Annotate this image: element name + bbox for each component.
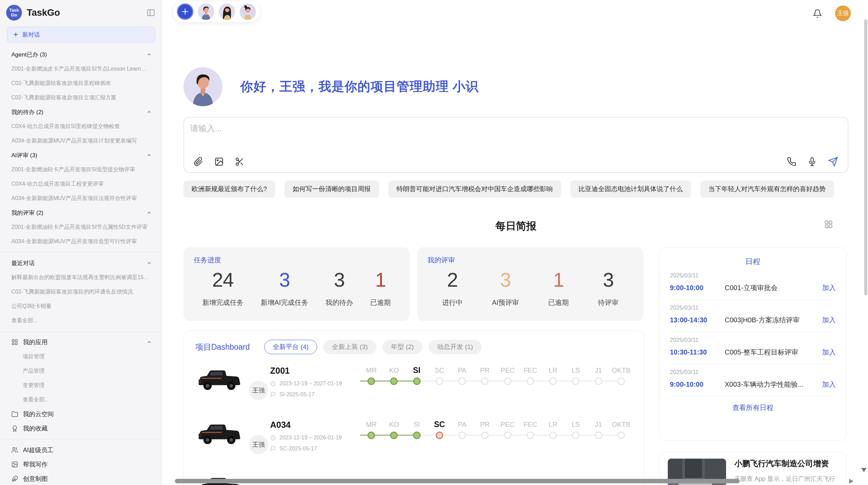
sidebar-item[interactable]: A034-全新新能源MUV产品开发项目计划变更表编写: [0, 134, 162, 148]
recent-conversation-item[interactable]: C02-飞腾新能源轻客改款项目的闭环通告反馈情况: [0, 285, 162, 299]
sidebar-section-items: C0X4-动力总成开发项目SI里程碑提交物检查 A034-全新新能源MUV产品开…: [0, 119, 162, 148]
suggestion-chip[interactable]: 欧洲新规最近颁布了什么?: [183, 181, 275, 198]
owner-badge: 王强: [248, 434, 269, 456]
view-all-schedule[interactable]: 查看所有日程: [670, 396, 836, 414]
milestone-track: MR KO SI: [360, 418, 632, 462]
stat-label: 我的待办: [326, 298, 353, 307]
milestone: LS: [564, 419, 587, 462]
agent-avatar-1[interactable]: [198, 3, 214, 20]
sidebar-item[interactable]: Z001-全新燃油轻卡产品开发项目SI节点属性5D文件评审: [0, 220, 162, 234]
view-all-conversations[interactable]: 查看全部...: [0, 313, 162, 328]
sidebar-section-header[interactable]: 我的待办 (2): [0, 105, 162, 119]
chevron-up-icon: [146, 210, 152, 215]
recent-conversation-item[interactable]: 解释最新出台的欧盟报废车法规再生塑料比例被调至15%...: [0, 270, 162, 285]
scroll-right-arrow[interactable]: [849, 479, 854, 484]
dashboard-header: 项目Dashboard 全新平台 (4) 全新上装 (3) 年型 (2) 动总开…: [195, 340, 632, 354]
schedule-name: C003|H0B-方案冻结评审: [725, 315, 817, 325]
new-chat-button[interactable]: 新对话: [7, 27, 155, 42]
app-item[interactable]: 变更管理: [0, 378, 162, 393]
sidebar-item[interactable]: Z001-全新燃油轻卡产品开发项目SI造型提交物评审: [0, 162, 162, 177]
agent-avatar-2[interactable]: [219, 3, 235, 20]
stat-card-title: 任务进度: [194, 256, 399, 265]
sidebar-item-help-write[interactable]: 帮我写作: [0, 457, 162, 472]
sidebar-section-header[interactable]: 我的评审 (2): [0, 206, 162, 220]
vertical-scrollbar[interactable]: [864, 19, 867, 295]
sidebar-item[interactable]: C02-飞腾新能源轻客改款项目立项汇报方案: [0, 90, 162, 105]
sidebar-section-header[interactable]: AI评审 (3): [0, 148, 162, 162]
sidebar-section-header[interactable]: Agent已办 (3): [0, 47, 162, 62]
stat-label: 进行中: [442, 298, 463, 307]
sidebar-item-favorites[interactable]: 我的收藏: [0, 421, 162, 436]
dashboard-tab[interactable]: 全新上装 (3): [323, 340, 376, 354]
suggestion-chip[interactable]: 如何写一份清晰的项目周报: [285, 181, 379, 198]
sidebar-my-apps[interactable]: 我的应用: [0, 335, 162, 349]
app-item[interactable]: 产品管理: [0, 364, 162, 378]
scissors-icon: [235, 157, 244, 166]
milestone-label: KO: [383, 419, 405, 430]
milestone: SI: [406, 419, 428, 462]
milestone-dot: [549, 377, 557, 385]
schedule-date: 2025/03/11: [670, 337, 836, 344]
flag-icon: [270, 392, 276, 398]
horizontal-scrollbar[interactable]: [175, 479, 740, 483]
new-session-button[interactable]: [177, 3, 193, 20]
app-item[interactable]: 项目管理: [0, 349, 162, 364]
image-upload-button[interactable]: [214, 157, 224, 166]
sidebar-item[interactable]: C0X4-动力总成开发项目工程变更评审: [0, 177, 162, 191]
sidebar-item[interactable]: C0X4-动力总成开发项目SI里程碑提交物检查: [0, 119, 162, 134]
app-item[interactable]: 查看全部..: [0, 393, 162, 407]
sidebar-item[interactable]: Z001-全新燃油皮卡产品开发项目SI节点Lesson Learn报告: [0, 62, 162, 76]
suggestion-chip[interactable]: 特朗普可能对进口汽车增税会对中国车企造成哪些影响: [388, 181, 561, 198]
sidebar-item[interactable]: A034-全新新能源MUV产品开发项目法规符合性评审: [0, 191, 162, 206]
microphone-button[interactable]: [807, 157, 817, 166]
sidebar-item-ai-staff[interactable]: AI超级员工: [0, 443, 162, 457]
layout-grid-button[interactable]: [824, 220, 833, 229]
attach-button[interactable]: [194, 157, 203, 166]
milestone-label: LR: [542, 364, 564, 376]
dashboard-tab[interactable]: 动总开发 (1): [429, 340, 482, 354]
scroll-down-arrow[interactable]: [861, 468, 867, 472]
stat-card: 我的评审 2 进行中 3 AI预评审: [417, 247, 643, 321]
stat: 3 我的待办: [326, 268, 353, 307]
join-link[interactable]: 加入: [822, 348, 836, 357]
suggestion-chip[interactable]: 比亚迪全固态电池计划具体说了什么: [570, 181, 691, 198]
milestone: PA: [451, 364, 473, 408]
schedule-panel: 日程 2025/03/11 9:00-10:00 C001-立项审批会 加入 2…: [659, 247, 846, 441]
clock-icon: [270, 435, 276, 441]
chat-input[interactable]: [190, 123, 739, 148]
recent-conversation-item[interactable]: 公司Q3轻卡销量: [0, 299, 162, 313]
stat-label: 新增完成任务: [202, 298, 243, 307]
milestone: MR: [360, 364, 383, 408]
agent-avatar-3[interactable]: [240, 3, 256, 20]
sidebar-collapse-button[interactable]: [146, 8, 155, 17]
join-link[interactable]: 加入: [822, 283, 836, 293]
cloud-space-label: 我的云空间: [23, 410, 54, 418]
sidebar-item-cloud-space[interactable]: 我的云空间: [0, 407, 162, 421]
grid-icon: [824, 220, 833, 229]
dashboard-tab[interactable]: 全新平台 (4): [264, 340, 317, 354]
schedule-name: C005-整车工程目标评审: [725, 348, 817, 357]
milestone-dot: [413, 432, 421, 439]
join-link[interactable]: 加入: [822, 315, 836, 325]
send-button[interactable]: [828, 157, 838, 167]
sidebar-item-creative-draw[interactable]: 创意制图: [0, 472, 162, 485]
milestone-dot: [481, 377, 489, 385]
milestone-dot: [504, 432, 511, 439]
schedule-item: 2025/03/11 9:00-10:00 C001-立项审批会 加入: [670, 268, 836, 300]
screenshot-button[interactable]: [235, 157, 244, 166]
milestone-label: FEC: [519, 364, 542, 376]
milestone-label: FEC: [519, 419, 542, 430]
project-dashboard: 项目Dashboard 全新平台 (4) 全新上装 (3) 年型 (2) 动总开…: [183, 331, 644, 485]
voice-call-button[interactable]: [787, 157, 796, 166]
divider: [0, 331, 162, 332]
hero: 你好，王强，我是你的项目管理助理 小识: [183, 67, 479, 106]
dashboard-tab[interactable]: 年型 (2): [383, 340, 423, 354]
notifications-button[interactable]: [813, 9, 822, 18]
suggestion-chip[interactable]: 当下年轻人对汽车外观有怎样的喜好趋势: [700, 181, 834, 198]
recent-conversations-header[interactable]: 最近对话: [0, 256, 162, 270]
stat-value: 1: [553, 268, 564, 291]
user-avatar[interactable]: 王强: [835, 5, 851, 21]
sidebar-item[interactable]: C02-飞腾新能源轻客改款项目里程碑画布: [0, 76, 162, 90]
sidebar-item[interactable]: A034-全新新能源MUV产品开发项目造型可行性评审: [0, 234, 162, 249]
join-link[interactable]: 加入: [822, 380, 836, 389]
